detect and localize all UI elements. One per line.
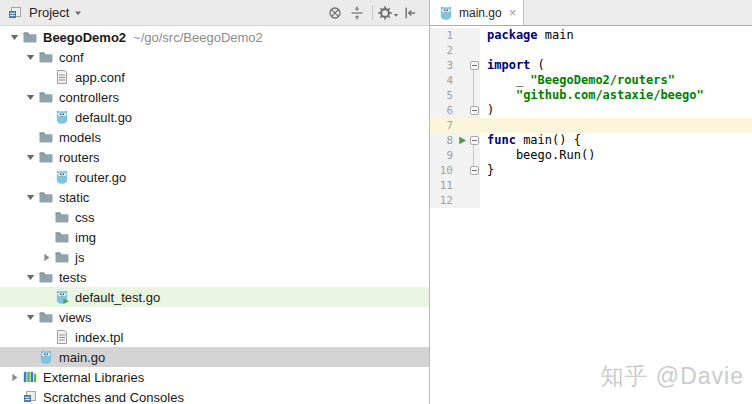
tab-main-go[interactable]: main.go × [430, 0, 524, 25]
folder-icon [54, 249, 70, 265]
folder-icon [54, 229, 70, 245]
tree-item-label: BeegoDemo2 [43, 30, 126, 45]
chevron-down-icon[interactable] [23, 149, 38, 165]
line-number: 3 [430, 58, 456, 73]
fold-end-icon[interactable] [470, 106, 479, 115]
fold-column [468, 133, 480, 148]
code-line-6[interactable]: 6) [430, 103, 752, 118]
chevron-down-icon[interactable] [23, 189, 38, 205]
code-editor[interactable]: 1package main23import (4 _ "BeegoDemo2/r… [430, 26, 752, 404]
code-line-10[interactable]: 10} [430, 163, 752, 178]
tree-item-conf[interactable]: conf [0, 47, 429, 67]
chevron-down-icon[interactable] [23, 49, 38, 65]
line-number: 6 [430, 103, 456, 118]
line-number: 12 [430, 193, 456, 208]
tree-item-label: conf [59, 50, 84, 65]
code-text: func main() { [480, 133, 752, 148]
tree-item-main-go[interactable]: main.go [0, 347, 429, 367]
tree-item-static[interactable]: static [0, 187, 429, 207]
folder-icon [38, 49, 54, 65]
code-line-8[interactable]: 8func main() { [430, 133, 752, 148]
gutter-spacer [456, 118, 468, 133]
fold-collapse-icon[interactable] [470, 136, 479, 145]
gutter-spacer [456, 193, 468, 208]
code-line-5[interactable]: 5 "github.com/astaxie/beego" [430, 88, 752, 103]
tree-arrow-spacer [39, 209, 54, 225]
close-tab-icon[interactable]: × [509, 6, 517, 19]
settings-button[interactable] [377, 3, 399, 23]
tree-item-routers[interactable]: routers [0, 147, 429, 167]
chevron-right-icon[interactable] [39, 249, 54, 265]
fold-collapse-icon[interactable] [470, 61, 479, 70]
hide-panel-button[interactable] [399, 3, 421, 23]
tree-item-scratches-and-consoles[interactable]: Scratches and Consoles [0, 387, 429, 404]
gutter-spacer [456, 28, 468, 43]
run-main-icon[interactable] [456, 133, 468, 148]
tree-arrow-spacer [39, 69, 54, 85]
watermark: 知乎 @Davie [600, 361, 744, 392]
tree-item-app-conf[interactable]: app.conf [0, 67, 429, 87]
tree-item-label: routers [59, 150, 99, 165]
tree-arrow-spacer [7, 389, 22, 404]
project-panel-header: Project [0, 0, 429, 26]
tree-item-default-go[interactable]: default.go [0, 107, 429, 127]
locate-icon [327, 5, 343, 21]
text-file-icon [54, 69, 70, 85]
tree-item-label: views [59, 310, 92, 325]
tree-item-controllers[interactable]: controllers [0, 87, 429, 107]
code-text [480, 118, 752, 133]
code-line-9[interactable]: 9 beego.Run() [430, 148, 752, 163]
tree-item-img[interactable]: img [0, 227, 429, 247]
fold-column [468, 148, 480, 163]
tree-item-label: controllers [59, 90, 119, 105]
chevron-down-icon[interactable] [7, 29, 22, 45]
fold-column [468, 103, 480, 118]
scratches-icon [22, 389, 38, 404]
line-number: 9 [430, 148, 456, 163]
collapse-all-button[interactable] [346, 3, 368, 23]
tree-item-views[interactable]: views [0, 307, 429, 327]
tree-item-label: External Libraries [43, 370, 144, 385]
line-number: 1 [430, 28, 456, 43]
locate-file-button[interactable] [324, 3, 346, 23]
code-line-7[interactable]: 7 [430, 118, 752, 133]
tree-item-label: router.go [75, 170, 126, 185]
tree-item-label: static [59, 190, 89, 205]
folder-icon [38, 149, 54, 165]
code-line-2[interactable]: 2 [430, 43, 752, 58]
code-line-11[interactable]: 11 [430, 178, 752, 193]
chevron-down-icon[interactable] [74, 9, 82, 17]
fold-end-icon[interactable] [470, 166, 479, 175]
tree-item-label: js [75, 250, 84, 265]
code-text [480, 193, 752, 208]
gutter-spacer [456, 43, 468, 58]
tree-item-label: tests [59, 270, 86, 285]
chevron-down-icon[interactable] [23, 309, 38, 325]
tree-arrow-spacer [39, 229, 54, 245]
tree-item-tests[interactable]: tests [0, 267, 429, 287]
tree-item-js[interactable]: js [0, 247, 429, 267]
tree-item-beegodemo2[interactable]: BeegoDemo2~/go/src/BeegoDemo2 [0, 27, 429, 47]
code-line-1[interactable]: 1package main [430, 28, 752, 43]
code-text: } [480, 163, 752, 178]
tree-item-label: default_test.go [75, 290, 160, 305]
go-test-file-icon [54, 289, 70, 305]
tree-arrow-spacer [39, 289, 54, 305]
fold-column [468, 73, 480, 88]
tree-item-label: main.go [59, 350, 105, 365]
tree-item-models[interactable]: models [0, 127, 429, 147]
chevron-down-icon[interactable] [23, 89, 38, 105]
project-panel-title[interactable]: Project [29, 5, 69, 20]
code-text: beego.Run() [480, 148, 752, 163]
code-line-12[interactable]: 12 [430, 193, 752, 208]
tree-item-external-libraries[interactable]: External Libraries [0, 367, 429, 387]
tree-item-router-go[interactable]: router.go [0, 167, 429, 187]
collapse-all-icon [349, 5, 365, 21]
code-line-4[interactable]: 4 _ "BeegoDemo2/routers" [430, 73, 752, 88]
tree-item-default-test-go[interactable]: default_test.go [0, 287, 429, 307]
tree-item-css[interactable]: css [0, 207, 429, 227]
chevron-right-icon[interactable] [7, 369, 22, 385]
code-line-3[interactable]: 3import ( [430, 58, 752, 73]
tree-item-index-tpl[interactable]: index.tpl [0, 327, 429, 347]
chevron-down-icon[interactable] [23, 269, 38, 285]
